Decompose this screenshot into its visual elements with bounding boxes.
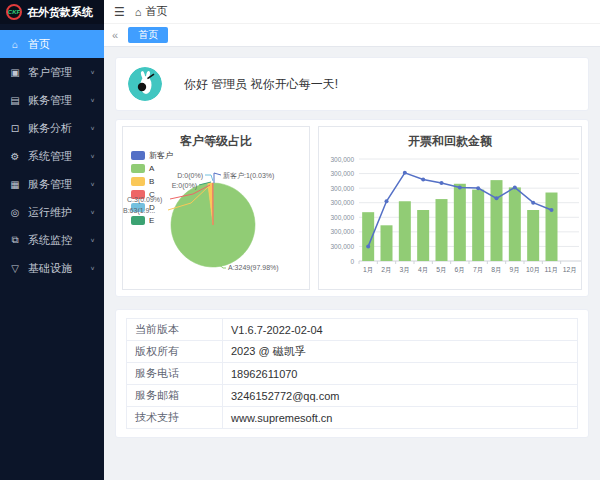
sidebar-item-label: 客户管理 [28,65,72,80]
bar-4月[interactable] [417,210,429,261]
info-label: 技术支持 [127,407,223,429]
service-icon: ▦ [9,179,21,190]
table-row: 当前版本 V1.6.7-2022-02-04 [127,319,578,341]
y-axis-tick-label: 300,000 [331,185,355,192]
x-axis-tick-label: 10月 [526,266,540,274]
pie-callout-label-D: D:0(0%) [177,172,203,180]
sidebar-item-infrastructure[interactable]: ▽ 基础设施 ∨ [0,254,104,282]
chevron-down-icon: ∨ [90,237,95,243]
logo-bar: CKF 在外货款系统 [0,0,104,24]
bar-2月[interactable] [381,225,393,261]
line-point-8月[interactable] [495,196,499,200]
infra-icon: ▽ [9,263,21,274]
sidebar-item-home[interactable]: ⌂ 首页 ∨ [0,30,104,58]
avatar [128,67,162,101]
system-info-table: 当前版本 V1.6.7-2022-02-04 版权所有 2023 @ 磁凯孚 服… [126,318,578,429]
sidebar-item-label: 首页 [28,37,50,52]
operations-icon: ◎ [9,207,21,218]
bar-9月[interactable] [509,187,521,261]
sidebar-item-billing-mgmt[interactable]: ▤ 账务管理 ∨ [0,86,104,114]
gear-icon: ⚙ [9,151,21,162]
app-title: 在外货款系统 [27,5,93,20]
y-axis-tick-label: 300,000 [331,214,355,221]
line-point-1月[interactable] [366,244,370,248]
pie-callout-label-新客户: 新客户:1(0.03%) [223,171,274,180]
line-point-9月[interactable] [513,185,517,189]
sidebar-item-label: 账务管理 [28,93,72,108]
info-label: 版权所有 [127,341,223,363]
chevron-down-icon: ∨ [90,181,95,187]
info-label: 服务邮箱 [127,385,223,407]
pie-callout-line-新客户 [214,173,221,183]
sidebar-item-operations[interactable]: ◎ 运行维护 ∨ [0,198,104,226]
system-info-card: 当前版本 V1.6.7-2022-02-04 版权所有 2023 @ 磁凯孚 服… [115,309,589,438]
line-point-2月[interactable] [385,199,389,203]
info-value: V1.6.7-2022-02-04 [223,319,578,341]
customer-icon: ▣ [9,67,21,78]
main-area: ☰ ⌂ 首页 « 首页 你好 管理员 祝你开心每一天! 客户等级占比 [104,0,600,480]
home-icon: ⌂ [9,39,21,50]
collapse-tabs-icon[interactable]: « [112,29,118,41]
info-value: www.supremesoft.cn [223,407,578,429]
app-logo: CKF [6,4,22,20]
greeting-text: 你好 管理员 祝你开心每一天! [184,76,338,93]
y-axis-tick-label: 300,000 [331,170,355,177]
line-point-11月[interactable] [550,208,554,212]
bar-5月[interactable] [436,199,448,261]
pie-callout-label-C: C:3(0.09%) [127,196,162,204]
line-point-7月[interactable] [476,186,480,190]
sidebar-item-label: 服务管理 [28,177,72,192]
charts-card: 客户等级占比 新客户 A B C D E 新客户:1(0.03%)A:3249(… [115,119,589,297]
table-row: 服务邮箱 3246152772@qq.com [127,385,578,407]
bar-10月[interactable] [527,210,539,261]
y-axis-tick-label: 300,000 [331,156,355,163]
sidebar-menu: ⌂ 首页 ∨ ▣ 客户管理 ∨ ▤ 账务管理 ∨ ⊡ 账务分析 ∨ ⚙ 系统管理… [0,30,104,282]
analysis-icon: ⊡ [9,123,21,134]
line-point-10月[interactable] [531,201,535,205]
bar-6月[interactable] [454,184,466,261]
sidebar-item-monitoring[interactable]: ⧉ 系统监控 ∨ [0,226,104,254]
line-point-5月[interactable] [440,181,444,185]
line-point-6月[interactable] [458,185,462,189]
bar-8月[interactable] [491,180,503,261]
content: 你好 管理员 祝你开心每一天! 客户等级占比 新客户 A B C D E 新客户… [104,47,600,448]
sidebar-item-label: 系统管理 [28,149,72,164]
sidebar-item-customer-mgmt[interactable]: ▣ 客户管理 ∨ [0,58,104,86]
table-row: 技术支持 www.supremesoft.cn [127,407,578,429]
x-axis-tick-label: 8月 [491,266,502,274]
bar-7月[interactable] [472,190,484,261]
pie-callout-label-E: E:0(0%) [172,182,197,190]
bar-3月[interactable] [399,201,411,261]
y-axis-tick-label: 300,000 [331,243,355,250]
breadcrumb[interactable]: ⌂ 首页 [135,4,168,19]
tab-home[interactable]: 首页 [128,27,168,43]
bar-chart-title: 开票和回款金额 [319,133,581,150]
hamburger-icon[interactable]: ☰ [114,5,125,19]
line-point-3月[interactable] [403,171,407,175]
sidebar-item-label: 系统监控 [28,233,72,248]
info-label: 服务电话 [127,363,223,385]
x-axis-tick-label: 3月 [400,266,411,274]
info-value: 18962611070 [223,363,578,385]
chevron-down-icon: ∨ [90,265,95,271]
x-axis-tick-label: 1月 [363,266,374,274]
tab-bar: « 首页 [104,24,600,47]
pie-callout-label-A: A:3249(97.98%) [228,264,279,272]
top-header: ☰ ⌂ 首页 [104,0,600,24]
x-axis-tick-label: 7月 [473,266,484,274]
sidebar-item-billing-analysis[interactable]: ⊡ 账务分析 ∨ [0,114,104,142]
bar-11月[interactable] [546,193,558,261]
x-axis-tick-label: 2月 [381,266,392,274]
pie-callout-label-B: B:63(1.9... [123,207,155,215]
line-point-4月[interactable] [421,177,425,181]
pie-chart-panel: 客户等级占比 新客户 A B C D E 新客户:1(0.03%)A:3249(… [122,126,310,290]
chevron-down-icon: ∨ [90,125,95,131]
monitor-icon: ⧉ [9,234,21,246]
x-axis-tick-label: 9月 [510,266,521,274]
x-axis-tick-label: 11月 [545,266,559,274]
chevron-down-icon: ∨ [90,97,95,103]
x-axis-tick-label: 5月 [436,266,447,274]
sidebar-item-service-mgmt[interactable]: ▦ 服务管理 ∨ [0,170,104,198]
chevron-down-icon: ∨ [90,69,95,75]
sidebar-item-system-mgmt[interactable]: ⚙ 系统管理 ∨ [0,142,104,170]
